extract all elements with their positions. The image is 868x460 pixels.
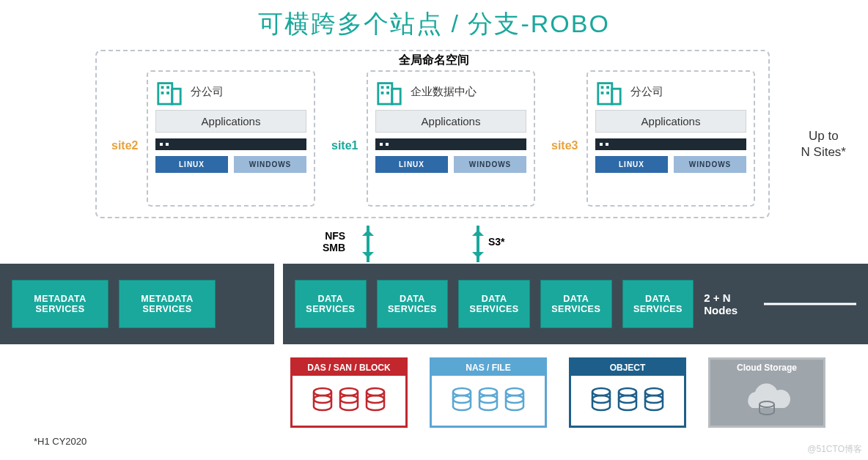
building-icon — [155, 78, 183, 105]
os-windows: WINDOWS — [454, 156, 526, 173]
svg-point-37 — [645, 396, 663, 403]
svg-point-28 — [479, 388, 497, 396]
storage-das: DAS / SAN / BLOCK — [290, 357, 408, 428]
svg-rect-12 — [598, 84, 612, 105]
os-linux: LINUX — [595, 156, 668, 173]
database-icon — [590, 386, 612, 415]
svg-point-21 — [314, 396, 331, 403]
svg-rect-10 — [381, 92, 384, 94]
database-icon — [504, 386, 526, 415]
svg-rect-8 — [381, 86, 384, 89]
site-box-left: 分公司 Applications LINUX WINDOWS — [147, 70, 315, 207]
database-icon — [643, 386, 665, 415]
svg-point-20 — [314, 388, 331, 396]
svg-point-33 — [592, 396, 610, 403]
svg-point-31 — [506, 396, 523, 403]
storage-object: OBJECT — [569, 357, 686, 428]
database-icon — [312, 386, 334, 415]
site-name: 分公司 — [191, 85, 224, 99]
footnote: *H1 CY2020 — [34, 436, 87, 447]
svg-rect-1 — [172, 89, 180, 104]
database-icon — [617, 386, 639, 415]
svg-rect-17 — [606, 92, 609, 94]
svg-rect-0 — [158, 84, 172, 105]
database-icon — [477, 386, 499, 415]
svg-rect-9 — [386, 86, 389, 89]
nodes-arrow: 2 + N Nodes — [704, 292, 856, 316]
svg-point-32 — [592, 388, 610, 396]
svg-rect-11 — [386, 92, 389, 94]
site-box-right: 分公司 Applications LINUX WINDOWS — [586, 70, 755, 207]
svg-point-29 — [479, 396, 497, 403]
watermark: @51CTO博客 — [807, 443, 862, 456]
svg-point-26 — [453, 388, 471, 396]
svg-rect-4 — [161, 92, 164, 94]
svg-rect-15 — [606, 86, 609, 89]
site-box-center: 企业数据中心 Applications LINUX WINDOWS — [367, 70, 535, 207]
storage-cloud: Cloud Storage — [708, 357, 825, 428]
svg-point-25 — [367, 396, 384, 403]
svg-point-23 — [340, 396, 358, 403]
svg-point-30 — [506, 388, 523, 396]
database-icon — [451, 386, 473, 415]
protocol-nfs-smb: NFSSMB — [323, 230, 345, 253]
storage-row: DAS / SAN / BLOCK NAS / FILE OBJECT Clou… — [290, 357, 825, 428]
site-label-right: site3 — [551, 139, 578, 152]
storage-nas: NAS / FILE — [430, 357, 547, 428]
os-windows: WINDOWS — [674, 156, 746, 173]
server-bar — [595, 138, 746, 150]
data-service-box: DATASERVICES — [622, 280, 694, 328]
building-icon — [375, 78, 403, 105]
protocol-s3: S3* — [488, 236, 505, 248]
svg-rect-16 — [601, 92, 604, 94]
data-services-strip: DATASERVICES DATASERVICES DATASERVICES D… — [283, 264, 868, 344]
svg-rect-3 — [166, 86, 169, 89]
applications-bar: Applications — [155, 110, 306, 133]
svg-point-22 — [340, 388, 358, 396]
metadata-service-box: METADATASERVICES — [119, 280, 216, 328]
bidir-arrow-icon — [367, 226, 369, 262]
metadata-service-box: METADATASERVICES — [12, 280, 108, 328]
data-service-box: DATASERVICES — [377, 280, 449, 328]
building-icon — [595, 78, 623, 105]
server-bar — [155, 138, 306, 150]
svg-rect-6 — [378, 84, 392, 105]
database-icon — [338, 386, 360, 415]
applications-bar: Applications — [595, 110, 746, 133]
svg-point-24 — [367, 388, 384, 396]
svg-rect-14 — [601, 86, 604, 89]
svg-point-36 — [645, 388, 663, 396]
svg-point-27 — [453, 396, 471, 403]
metadata-services-strip: METADATASERVICES METADATASERVICES — [0, 264, 274, 344]
diagram-title: 可横跨多个站点 / 分支-ROBO — [0, 0, 868, 41]
bidir-arrow-icon — [477, 226, 479, 262]
os-linux: LINUX — [155, 156, 228, 173]
server-bar — [375, 138, 526, 150]
site-name: 企业数据中心 — [411, 85, 477, 99]
database-icon — [364, 386, 386, 415]
arrow-right-icon — [764, 298, 856, 310]
data-service-box: DATASERVICES — [295, 280, 367, 328]
cloud-db-icon — [738, 382, 796, 419]
svg-point-34 — [619, 388, 636, 396]
applications-bar: Applications — [375, 110, 526, 133]
svg-rect-5 — [166, 92, 169, 94]
data-service-box: DATASERVICES — [458, 280, 530, 328]
svg-rect-13 — [612, 89, 620, 104]
n-sites-caption: Up toN Sites* — [801, 128, 846, 160]
svg-point-35 — [619, 396, 636, 403]
site-label-left: site2 — [111, 139, 138, 152]
data-service-box: DATASERVICES — [540, 280, 612, 328]
os-windows: WINDOWS — [234, 156, 306, 173]
svg-rect-2 — [161, 86, 164, 89]
svg-rect-7 — [392, 89, 400, 104]
os-linux: LINUX — [375, 156, 448, 173]
site-label-center: site1 — [331, 139, 358, 152]
site-name: 分公司 — [630, 85, 663, 99]
